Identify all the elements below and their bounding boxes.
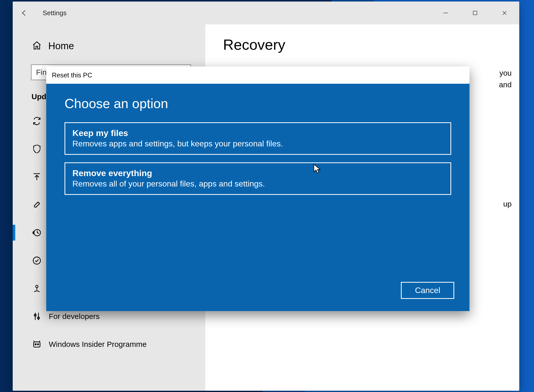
back-button[interactable] [13,2,36,24]
nav-label: For developers [49,312,100,321]
desktop: Settings Home [0,0,534,392]
svg-point-7 [35,344,36,345]
svg-point-8 [38,344,39,345]
dialog-heading: Choose an option [65,96,451,111]
option-remove-everything[interactable]: Remove everything Removes all of your pe… [65,162,451,195]
svg-point-3 [36,285,38,288]
reset-this-pc-dialog: Reset this PC Choose an option Keep my f… [46,66,469,311]
text-fragment: up [503,198,512,210]
close-button[interactable] [490,2,519,24]
history-icon [32,228,42,237]
sliders-icon [32,312,42,321]
app-title: Settings [43,9,67,17]
dialog-body: Choose an option Keep my files Removes a… [46,84,469,195]
text-fragment: you [499,67,512,79]
page-heading: Recovery [223,36,501,53]
home-nav-item[interactable]: Home [13,35,205,57]
option-desc: Removes apps and settings, but keeps you… [72,139,443,148]
minimize-button[interactable] [431,2,460,24]
shield-icon [32,144,42,154]
svg-rect-0 [473,11,477,15]
dialog-title: Reset this PC [46,66,469,84]
nav-label: Windows Insider Programme [49,340,147,349]
dialog-footer: Cancel [401,282,454,299]
home-icon [32,41,42,51]
sync-icon [32,116,42,126]
text-fragment: and [499,79,512,90]
option-title: Keep my files [72,128,443,138]
insider-icon [32,339,42,349]
window-controls [431,2,519,24]
svg-point-2 [33,257,41,264]
backup-icon [32,172,42,182]
nav-item-insider-programme[interactable]: Windows Insider Programme [13,330,205,358]
maximize-button[interactable] [460,2,490,24]
wrench-icon [32,200,42,210]
check-circle-icon [32,256,42,265]
titlebar: Settings [13,2,519,24]
option-title: Remove everything [72,168,443,178]
cancel-button[interactable]: Cancel [401,282,454,299]
option-desc: Removes all of your personal files, apps… [72,179,443,189]
option-keep-my-files[interactable]: Keep my files Removes apps and settings,… [65,122,451,155]
pin-person-icon [32,284,42,293]
home-label: Home [48,41,74,52]
svg-rect-6 [34,342,40,347]
